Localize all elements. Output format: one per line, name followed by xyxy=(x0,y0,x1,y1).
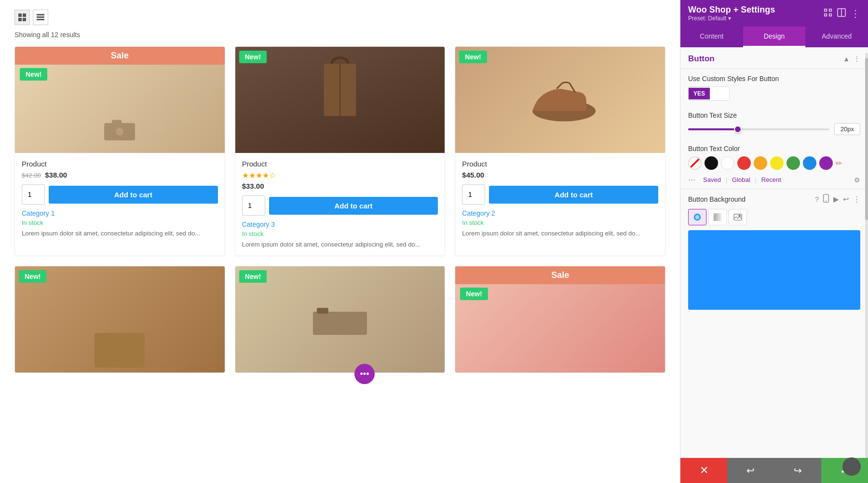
tab-content[interactable]: Content xyxy=(680,27,743,47)
panel-header: Woo Shop + Settings Preset: Default ▾ xyxy=(680,0,868,27)
stock-status: In stock xyxy=(462,219,658,226)
svg-point-9 xyxy=(116,128,123,136)
panel-tabs: Content Design Advanced xyxy=(680,27,868,47)
bg-color-preview[interactable] xyxy=(688,230,860,310)
quantity-input[interactable] xyxy=(22,184,45,205)
product-image: Sale New! xyxy=(15,47,225,153)
custom-styles-label: Use Custom Styles For Button xyxy=(688,75,860,83)
svg-rect-2 xyxy=(18,18,22,21)
color-swatch-green[interactable] xyxy=(787,156,800,170)
bg-help-icon[interactable]: ? xyxy=(815,195,819,203)
floating-menu-button[interactable]: ••• xyxy=(354,364,375,384)
product-name: Product xyxy=(242,160,438,168)
svg-rect-27 xyxy=(714,213,721,221)
list-view-button[interactable] xyxy=(33,10,48,25)
toggle-no xyxy=(710,87,729,100)
bg-mobile-icon[interactable] xyxy=(823,194,829,204)
add-to-cart-button[interactable]: Add to cart xyxy=(269,197,438,215)
color-palette: ✏ xyxy=(688,156,860,170)
color-swatch-red[interactable] xyxy=(737,156,751,170)
panel-actions: ✕ ↩ ↪ ✓ xyxy=(680,458,868,483)
scrollbar-thumb[interactable] xyxy=(865,58,868,220)
text-color-row: Button Text Color ✏ xyxy=(680,140,868,175)
tab-advanced[interactable]: Advanced xyxy=(805,27,868,47)
panel-title-group: Woo Shop + Settings Preset: Default ▾ xyxy=(688,5,775,22)
text-size-label: Button Text Size xyxy=(688,111,860,119)
text-size-row: Button Text Size 20px xyxy=(680,107,868,140)
slider-thumb[interactable] xyxy=(734,125,742,133)
undo-button[interactable]: ↩ xyxy=(727,458,774,483)
corner-arrow-button[interactable] xyxy=(842,457,861,476)
color-swatch-yellow[interactable] xyxy=(770,156,784,170)
panel-preset: Preset: Default ▾ xyxy=(688,15,775,22)
regular-price: $33.00 xyxy=(242,182,264,190)
svg-point-29 xyxy=(739,215,741,217)
custom-styles-toggle[interactable]: YES xyxy=(688,86,730,101)
add-to-cart-button[interactable]: Add to cart xyxy=(49,186,218,204)
color-tabs-row: ··· Saved | Global | Recent ⚙ xyxy=(680,175,868,189)
product-card: New! xyxy=(235,266,446,373)
product-card: New! Product $45.00 Add to cart xyxy=(455,46,665,256)
product-image: New! xyxy=(235,266,445,373)
svg-rect-20 xyxy=(829,14,832,16)
add-to-cart-row: Add to cart xyxy=(462,184,658,205)
svg-rect-3 xyxy=(23,18,26,21)
collapse-icon[interactable]: ▲ xyxy=(843,55,850,63)
bg-more-icon[interactable]: ⋮ xyxy=(853,195,860,204)
new-badge: New! xyxy=(459,51,487,63)
product-name: Product xyxy=(462,160,658,168)
settings-panel: Woo Shop + Settings Preset: Default ▾ xyxy=(680,0,868,483)
color-settings-icon[interactable]: ⚙ xyxy=(854,176,860,184)
quantity-input[interactable] xyxy=(242,195,265,216)
products-grid: Sale New! Product $42.00 $38.00 xyxy=(14,46,665,373)
color-swatch-transparent[interactable] xyxy=(688,156,702,170)
bg-type-gradient[interactable] xyxy=(708,209,727,225)
bg-type-color[interactable] xyxy=(688,209,706,225)
panel-scrollbar[interactable] xyxy=(865,53,868,458)
product-card: New! xyxy=(14,266,225,373)
quantity-input[interactable] xyxy=(462,184,485,205)
svg-rect-5 xyxy=(37,16,44,18)
bg-label: Button Background xyxy=(688,195,746,203)
bg-cursor-icon[interactable]: ▶ xyxy=(833,195,839,204)
color-pencil-icon[interactable]: ✏ xyxy=(836,159,842,168)
color-swatch-orange[interactable] xyxy=(754,156,767,170)
color-swatch-purple[interactable] xyxy=(819,156,833,170)
color-tab-global[interactable]: Global xyxy=(729,175,753,184)
columns-icon[interactable] xyxy=(837,8,846,19)
bg-icons: ? ▶ ↩ ⋮ xyxy=(815,194,860,204)
main-content: Showing all 12 results Sale New! xyxy=(0,0,680,483)
bg-type-image[interactable] xyxy=(729,209,747,225)
add-to-cart-button[interactable]: Add to cart xyxy=(489,186,658,204)
category-link[interactable]: Category 2 xyxy=(462,209,658,217)
color-more-dots[interactable]: ··· xyxy=(688,175,695,185)
button-background-section: Button Background ? ▶ ↩ ⋮ xyxy=(680,189,868,315)
bg-type-tabs xyxy=(688,209,860,225)
color-swatch-black[interactable] xyxy=(705,156,718,170)
color-tab-recent[interactable]: Recent xyxy=(759,175,784,184)
new-badge: New! xyxy=(19,270,46,283)
stock-status: In stock xyxy=(242,230,438,237)
grid-view-button[interactable] xyxy=(14,10,30,25)
focus-icon[interactable] xyxy=(824,8,832,19)
svg-rect-17 xyxy=(825,9,827,11)
panel-header-icons: ⋮ xyxy=(824,8,860,19)
redo-button[interactable]: ↪ xyxy=(774,458,821,483)
slider-track[interactable] xyxy=(688,128,829,130)
section-more-icon[interactable]: ⋮ xyxy=(854,55,860,63)
bg-undo-icon[interactable]: ↩ xyxy=(843,195,849,204)
color-tab-saved[interactable]: Saved xyxy=(700,175,724,184)
color-swatch-blue[interactable] xyxy=(803,156,816,170)
view-toggle xyxy=(14,10,665,25)
svg-rect-15 xyxy=(313,312,367,335)
cancel-button[interactable]: ✕ xyxy=(680,458,727,483)
sale-banner: Sale xyxy=(15,47,225,65)
slider-value[interactable]: 20px xyxy=(834,123,860,135)
category-link[interactable]: Category 1 xyxy=(22,209,218,217)
sale-banner: Sale xyxy=(455,266,665,284)
more-options-icon[interactable]: ⋮ xyxy=(851,8,860,19)
category-link[interactable]: Category 3 xyxy=(242,221,438,228)
tab-design[interactable]: Design xyxy=(743,27,806,47)
slider-control: 20px xyxy=(688,123,860,135)
color-swatch-white[interactable] xyxy=(721,156,734,170)
